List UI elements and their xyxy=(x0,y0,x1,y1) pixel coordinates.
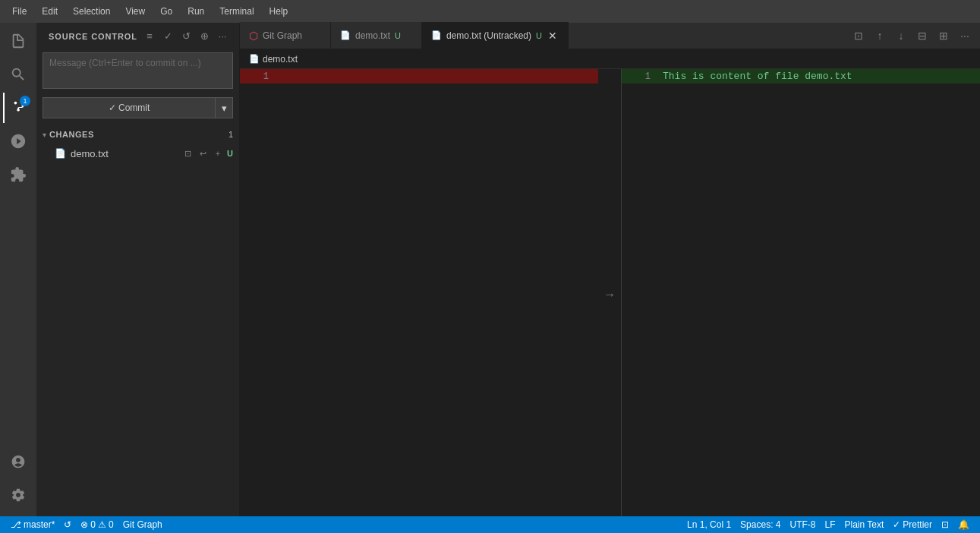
menu-run[interactable]: Run xyxy=(181,3,210,20)
commit-message-input[interactable] xyxy=(43,52,233,89)
file-name: demo.txt xyxy=(71,148,178,159)
file-discard-btn[interactable]: ↩ xyxy=(197,147,209,159)
search-activity-icon[interactable] xyxy=(3,59,33,90)
diff-left-panel: 1 xyxy=(240,69,598,516)
remote-status[interactable]: ⊡ xyxy=(937,516,953,533)
menu-file[interactable]: File xyxy=(6,3,33,20)
sidebar-initialize-btn[interactable]: ⊕ xyxy=(197,29,212,44)
language-label: Plain Text xyxy=(845,519,884,530)
file-untracked-tab-icon: 📄 xyxy=(431,30,442,40)
git-graph-status-label: Git Graph xyxy=(123,519,162,530)
file-status-badge: U xyxy=(227,149,233,158)
more-actions-action[interactable]: ··· xyxy=(956,27,974,45)
changes-label: Changes xyxy=(49,130,225,139)
commit-dropdown-button[interactable]: ▾ xyxy=(215,97,233,118)
file-tab-icon: 📄 xyxy=(340,30,351,40)
menu-edit[interactable]: Edit xyxy=(36,3,64,20)
ln-col-label: Ln 1, Col 1 xyxy=(687,519,731,530)
eol-status[interactable]: LF xyxy=(820,516,840,533)
files-activity-icon[interactable] xyxy=(3,26,33,56)
encoding-status[interactable]: UTF-8 xyxy=(785,516,820,533)
menu-go[interactable]: Go xyxy=(154,3,178,20)
encoding-label: UTF-8 xyxy=(789,519,815,530)
sidebar-actions: ≡ ✓ ↺ ⊕ ··· xyxy=(142,29,230,44)
status-bar: ⎇ master* ↺ ⊗ 0 ⚠ 0 Git Graph Ln 1, Col … xyxy=(0,516,980,533)
source-control-badge: 1 xyxy=(20,96,30,106)
settings-activity-icon[interactable] xyxy=(3,480,33,510)
ln-col-status[interactable]: Ln 1, Col 1 xyxy=(682,516,736,533)
changes-header[interactable]: ▾ Changes 1 xyxy=(36,125,239,144)
navigate-next-action[interactable]: ↓ xyxy=(892,27,910,45)
sidebar-refresh-btn[interactable]: ↺ xyxy=(178,29,194,44)
commit-button[interactable]: ✓ Commit xyxy=(43,97,215,118)
errors-icon: ⊗ xyxy=(80,519,88,530)
notifications-status[interactable]: 🔔 xyxy=(953,516,974,533)
warnings-icon: ⚠ xyxy=(98,519,106,530)
breadcrumb-filename[interactable]: demo.txt xyxy=(263,54,298,65)
tab-bar: ⬡ Git Graph 📄 demo.txt U 📄 demo.txt (Unt… xyxy=(240,23,980,49)
sync-status[interactable]: ↺ xyxy=(59,516,76,533)
file-breadcrumb-icon: 📄 xyxy=(249,54,260,64)
tab-demo-txt-badge: U xyxy=(395,31,401,40)
tab-demo-txt-label: demo.txt xyxy=(355,30,390,41)
branch-status[interactable]: ⎇ master* xyxy=(6,516,59,533)
diff-line-removed: 1 xyxy=(240,69,598,84)
tab-bar-actions: ⊡ ↑ ↓ ⊟ ⊞ ··· xyxy=(843,22,980,49)
eol-label: LF xyxy=(824,519,835,530)
changes-count: 1 xyxy=(228,130,233,139)
menu-selection[interactable]: Selection xyxy=(67,3,116,20)
activity-bar-bottom xyxy=(3,446,33,516)
git-graph-status[interactable]: Git Graph xyxy=(118,516,167,533)
toggle-inline-action[interactable]: ⊟ xyxy=(913,27,931,45)
diff-right-panel: 1 This is content of file demo.txt xyxy=(622,69,980,516)
sidebar-menu-btn[interactable]: ≡ xyxy=(142,29,157,44)
diff-arrow-icon: → xyxy=(606,287,613,302)
diff-left-line-num: 1 xyxy=(240,71,278,82)
tab-git-graph[interactable]: ⬡ Git Graph xyxy=(240,22,331,49)
split-editor-action[interactable]: ⊞ xyxy=(934,27,953,45)
spaces-label: Spaces: 4 xyxy=(740,519,780,530)
language-status[interactable]: Plain Text xyxy=(840,516,889,533)
file-icon: 📄 xyxy=(55,148,66,159)
spaces-status[interactable]: Spaces: 4 xyxy=(736,516,785,533)
diff-right-content: This is content of file demo.txt xyxy=(660,71,980,82)
commit-message-area xyxy=(43,52,233,91)
changes-section: ▾ Changes 1 📄 demo.txt ⊡ ↩ + U xyxy=(36,125,239,162)
main-layout: 1 SOURCE CONTROL ≡ ✓ ↺ ⊕ ··· xyxy=(0,23,980,516)
extensions-activity-icon[interactable] xyxy=(3,159,33,190)
changes-chevron-icon: ▾ xyxy=(43,131,46,139)
warnings-label: 0 xyxy=(109,519,114,530)
sidebar-more-btn[interactable]: ··· xyxy=(215,29,230,44)
sync-icon: ↺ xyxy=(64,519,71,530)
tab-demo-txt[interactable]: 📄 demo.txt U xyxy=(331,22,422,49)
file-stage-btn[interactable]: + xyxy=(212,147,224,159)
open-changes-action[interactable]: ⊡ xyxy=(849,27,868,45)
menu-bar: File Edit Selection View Go Run Terminal… xyxy=(0,0,980,23)
navigate-previous-action[interactable]: ↑ xyxy=(871,27,889,45)
menu-view[interactable]: View xyxy=(119,3,151,20)
commit-dropdown-icon: ▾ xyxy=(222,102,227,114)
sidebar-commit-all-btn[interactable]: ✓ xyxy=(160,29,175,44)
errors-status[interactable]: ⊗ 0 ⚠ 0 xyxy=(76,516,118,533)
file-open-changes-btn[interactable]: ⊡ xyxy=(181,147,194,159)
editor-area: ⬡ Git Graph 📄 demo.txt U 📄 demo.txt (Unt… xyxy=(240,23,980,516)
menu-help[interactable]: Help xyxy=(263,3,295,20)
file-actions: ⊡ ↩ + xyxy=(181,147,224,159)
sidebar-header: SOURCE CONTROL ≡ ✓ ↺ ⊕ ··· xyxy=(36,23,239,49)
notifications-icon: 🔔 xyxy=(958,519,969,530)
diff-arrow: → xyxy=(598,69,621,516)
branch-icon: ⎇ xyxy=(11,519,21,530)
account-activity-icon[interactable] xyxy=(3,446,33,477)
prettier-status[interactable]: ✓ Prettier xyxy=(888,516,937,533)
source-control-activity-icon[interactable]: 1 xyxy=(3,93,33,123)
tab-demo-txt-untracked[interactable]: 📄 demo.txt (Untracked) U ✕ xyxy=(422,22,569,49)
commit-btn-row: ✓ Commit ▾ xyxy=(43,97,233,118)
prettier-icon: ✓ xyxy=(893,519,900,530)
tab-close-btn[interactable]: ✕ xyxy=(547,30,559,42)
menu-terminal[interactable]: Terminal xyxy=(213,3,260,20)
run-activity-icon[interactable] xyxy=(3,126,33,156)
prettier-label: Prettier xyxy=(903,519,932,530)
sidebar-title: SOURCE CONTROL xyxy=(49,32,137,41)
tab-untracked-badge: U xyxy=(536,31,542,40)
list-item[interactable]: 📄 demo.txt ⊡ ↩ + U xyxy=(36,144,239,162)
